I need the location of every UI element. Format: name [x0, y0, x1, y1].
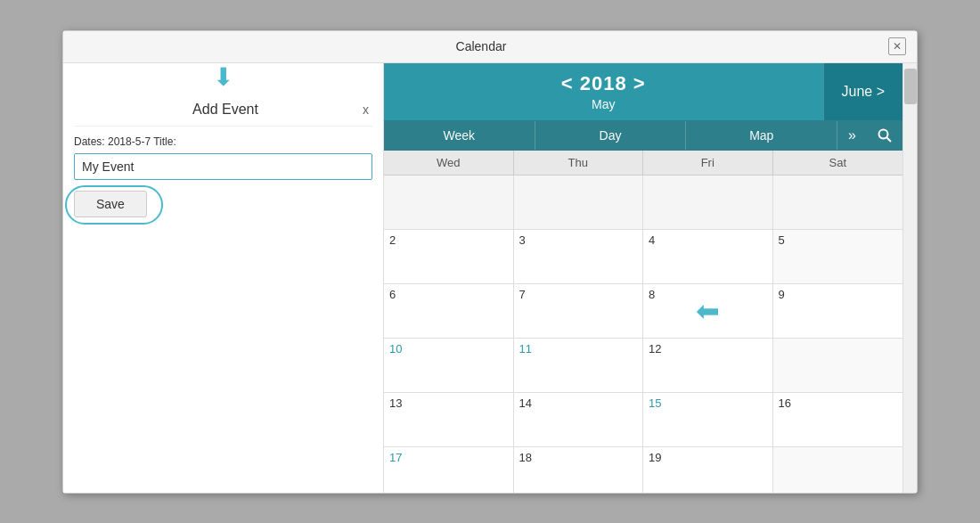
- month-display: May: [592, 97, 615, 111]
- calendar-cell[interactable]: 18: [514, 447, 644, 493]
- calendar-cell[interactable]: [773, 339, 903, 392]
- save-button-wrapper: Save: [74, 191, 147, 217]
- left-arrow-icon: ⬅: [696, 297, 720, 325]
- add-event-title: Add Event: [92, 102, 359, 118]
- week-view-button[interactable]: Week: [384, 121, 535, 150]
- svg-line-1: [887, 137, 892, 142]
- add-event-header: Add Event x: [74, 101, 372, 127]
- calendar-weeks: 2 3 4 5 6 7 8 ⬅ 9: [384, 176, 902, 493]
- dates-label: Dates: 2018-5-7 Title:: [74, 135, 372, 148]
- day-header-wed: Wed: [384, 151, 514, 175]
- calendar-cell[interactable]: 7: [514, 284, 644, 338]
- year-display: < 2018 >: [561, 72, 646, 95]
- calendar-cell[interactable]: 6: [384, 284, 514, 338]
- title-bar: Calendar ✕: [63, 31, 917, 63]
- calendar-cell[interactable]: [384, 176, 514, 229]
- svg-point-0: [879, 129, 888, 138]
- calendar-header: < 2018 > May June >: [384, 63, 902, 120]
- next-month-button[interactable]: June >: [823, 63, 902, 120]
- add-event-close-button[interactable]: x: [359, 101, 372, 118]
- day-header-sat: Sat: [773, 151, 903, 175]
- calendar-cell[interactable]: 12: [643, 339, 773, 392]
- window-title: Calendar: [74, 39, 888, 53]
- more-button[interactable]: »: [837, 120, 867, 151]
- window-close-button[interactable]: ✕: [888, 37, 906, 55]
- calendar-week: 6 7 8 ⬅ 9: [384, 284, 902, 339]
- calendar-cell-8[interactable]: 8 ⬅: [643, 284, 773, 338]
- calendar-cell[interactable]: 13: [384, 393, 514, 446]
- calendar-cell[interactable]: 10: [384, 339, 514, 392]
- calendar-toolbar: Week Day Map »: [384, 120, 902, 151]
- calendar-week: 17 18 19: [384, 447, 902, 493]
- calendar-cell[interactable]: [643, 176, 773, 229]
- day-headers: Wed Thu Fri Sat: [384, 151, 902, 176]
- calendar-week: 10 11 12: [384, 339, 902, 393]
- calendar-cell[interactable]: [514, 176, 644, 229]
- scrollbar-thumb[interactable]: [904, 69, 917, 104]
- calendar-cell[interactable]: [773, 176, 903, 229]
- calendar-cell[interactable]: 3: [514, 230, 644, 283]
- day-header-thu: Thu: [514, 151, 644, 175]
- calendar-window: Calendar ✕ ⬇ Add Event x Dates: 2018-5-7…: [62, 30, 918, 494]
- calendar-cell[interactable]: 2: [384, 230, 514, 283]
- add-event-panel: ⬇ Add Event x Dates: 2018-5-7 Title: Sav…: [63, 63, 384, 493]
- calendar-cell[interactable]: 19: [643, 447, 773, 493]
- event-title-input[interactable]: [74, 153, 372, 180]
- calendar-cell[interactable]: [773, 447, 903, 493]
- calendar-cell[interactable]: 17: [384, 447, 514, 493]
- calendar-cell[interactable]: 4: [643, 230, 773, 283]
- calendar-cell[interactable]: 11: [514, 339, 644, 392]
- calendar-week: 2 3 4 5: [384, 230, 902, 284]
- calendar-grid: Wed Thu Fri Sat 2: [384, 151, 902, 493]
- calendar-cell[interactable]: 9: [773, 284, 903, 338]
- calendar-cell[interactable]: 16: [773, 393, 903, 446]
- calendar-panel: < 2018 > May June > Week Day Map »: [384, 63, 902, 493]
- calendar-cell[interactable]: 5: [773, 230, 903, 283]
- map-view-button[interactable]: Map: [686, 121, 837, 150]
- day-view-button[interactable]: Day: [535, 121, 687, 150]
- calendar-week: 13 14 15 16: [384, 393, 902, 447]
- save-button[interactable]: Save: [74, 191, 147, 217]
- scrollbar[interactable]: [902, 63, 917, 493]
- day-header-fri: Fri: [643, 151, 773, 175]
- window-body: ⬇ Add Event x Dates: 2018-5-7 Title: Sav…: [63, 63, 917, 493]
- calendar-cell[interactable]: 14: [514, 393, 644, 446]
- down-arrow-icon: ⬇: [213, 65, 233, 90]
- calendar-cell[interactable]: 15: [643, 393, 773, 446]
- search-button[interactable]: [867, 121, 902, 150]
- month-navigation[interactable]: < 2018 > May: [384, 63, 823, 120]
- calendar-week: [384, 176, 902, 230]
